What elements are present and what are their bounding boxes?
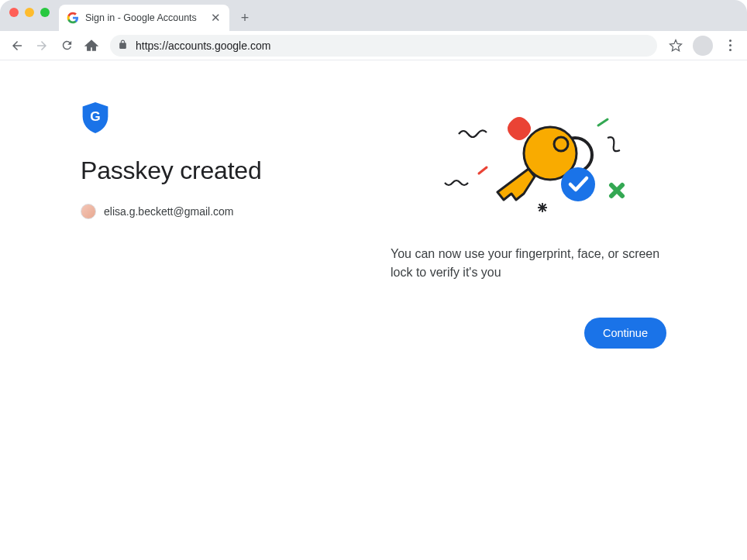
arrow-left-icon [10,39,24,53]
address-bar[interactable]: https://accounts.google.com [110,35,657,57]
window-controls [9,0,56,31]
svg-text:G: G [90,108,100,124]
reload-button[interactable] [56,35,77,57]
account-chip[interactable]: elisa.g.beckett@gmail.com [81,204,234,219]
new-tab-button[interactable]: + [234,7,256,29]
continue-button[interactable]: Continue [584,318,666,349]
google-favicon-icon [67,12,79,24]
tab-close-button[interactable]: ✕ [209,12,222,24]
url-text: https://accounts.google.com [136,40,270,52]
passkey-illustration [412,99,645,223]
browser-toolbar: https://accounts.google.com [0,31,747,60]
minimize-window-button[interactable] [25,8,34,17]
page-title: Passkey created [81,156,360,185]
home-button[interactable] [81,35,102,57]
account-email: elisa.g.beckett@gmail.com [104,205,234,218]
page-content: G Passkey created elisa.g.beckett@gmail.… [0,60,747,380]
left-column: G Passkey created elisa.g.beckett@gmail.… [81,102,360,349]
tab-title: Sign in - Google Accounts [85,12,203,23]
kebab-icon [729,40,732,42]
svg-line-4 [479,167,487,173]
user-avatar-icon [81,204,96,219]
bookmark-button[interactable] [665,35,687,57]
description-text: You can now use your fingerprint, face, … [391,245,666,282]
maximize-window-button[interactable] [40,8,50,17]
tab-strip: Sign in - Google Accounts ✕ + [0,0,747,31]
back-button[interactable] [6,35,28,57]
browser-menu-button[interactable] [719,35,741,57]
profile-avatar-button[interactable] [693,36,713,56]
home-icon [84,39,98,53]
close-window-button[interactable] [9,8,19,17]
browser-tab[interactable]: Sign in - Google Accounts ✕ [59,5,229,31]
arrow-right-icon [35,39,49,53]
action-row: Continue [584,318,666,349]
google-shield-icon: G [81,102,110,133]
svg-line-3 [598,119,608,125]
browser-chrome: Sign in - Google Accounts ✕ + https://ac… [0,0,747,60]
forward-button[interactable] [31,35,53,57]
reload-icon [60,39,74,52]
lock-icon [118,40,128,52]
svg-point-14 [561,167,595,201]
right-column: You can now use your fingerprint, face, … [391,102,666,349]
star-icon [669,39,683,53]
